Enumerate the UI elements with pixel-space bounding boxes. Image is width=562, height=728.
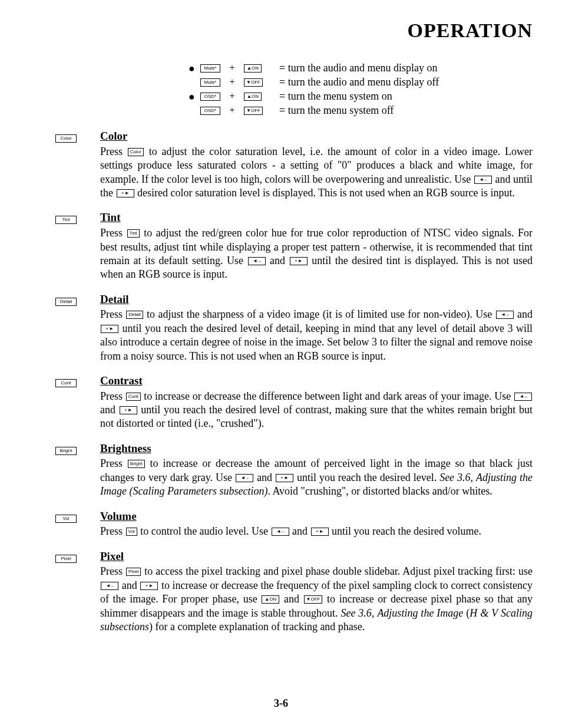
section-body: Press Detail to adjust the sharpness of …	[100, 308, 533, 363]
osd-key: OSD*	[200, 93, 220, 101]
manual-page: OPERATION ● Mute* + ▲ON = turn the audio…	[0, 0, 562, 728]
plus-icon: +	[220, 90, 244, 103]
text: Press	[100, 525, 125, 537]
section-title: Brightness	[100, 442, 533, 456]
off-key: ▼OFF	[244, 107, 263, 115]
plus-icon: +	[220, 104, 244, 117]
text: to adjust the sharpness of a video image…	[144, 308, 495, 320]
page-number: 3-6	[0, 697, 562, 710]
tint-key: Tint	[55, 216, 77, 224]
page-header: OPERATION	[29, 18, 533, 45]
plus-right-key: + ►	[117, 189, 134, 197]
text: until you reach the desired volume.	[329, 525, 481, 537]
section-color: Color Color Press Color to adjust the co…	[29, 129, 533, 200]
toggle-desc: = turn the audio and menu display on	[279, 61, 438, 75]
text: ) for a complete explanation of tracking…	[149, 621, 365, 633]
on-key: ▲ON	[244, 64, 262, 73]
section-volume: Vol Volume Press Vol to control the audi…	[29, 509, 533, 539]
bullet-icon: ●	[189, 63, 200, 74]
margin-key-slot: Color	[29, 129, 100, 200]
section-content: Brightness Press Bright to increase or d…	[100, 442, 533, 499]
toggle-row: OSD* + ▼OFF = turn the menu system off	[189, 104, 533, 117]
text: and	[280, 593, 303, 605]
on-key: ▲ON	[262, 595, 279, 604]
pixel-key: Pixel	[126, 568, 141, 576]
color-key: Color	[55, 134, 77, 143]
section-content: Tint Press Tint to adjust the red/green …	[100, 210, 533, 281]
text: and	[254, 472, 275, 483]
section-brightness: Bright Brightness Press Bright to increa…	[29, 442, 533, 499]
margin-key-slot: Tint	[29, 210, 100, 281]
text: and	[290, 525, 310, 537]
section-content: Contrast Press Cont to increase or decre…	[100, 374, 533, 431]
cont-key: Cont	[55, 379, 77, 387]
text: ,	[471, 472, 476, 483]
text-italic: See 3.6	[439, 472, 470, 483]
off-key: ▼OFF	[244, 78, 263, 87]
section-contrast: Cont Contrast Press Cont to increase or …	[29, 374, 533, 431]
text: until you reach the desired level.	[294, 472, 439, 483]
text: and	[514, 308, 533, 320]
toggle-row: ● Mute* + ▲ON = turn the audio and menu …	[189, 61, 533, 75]
left-minus-key: ◄ –	[474, 176, 492, 184]
section-body: Press Vol to control the audio level. Us…	[100, 525, 533, 538]
margin-key-slot: Pixel	[29, 549, 100, 634]
section-title: Pixel	[100, 549, 533, 564]
section-content: Detail Press Detail to adjust the sharpn…	[100, 292, 533, 363]
detail-key: Detail	[55, 298, 77, 306]
detail-key: Detail	[126, 311, 143, 319]
text: Press	[100, 146, 127, 157]
text: and	[100, 404, 119, 416]
plus-icon: +	[220, 76, 244, 88]
section-content: Color Press Color to adjust the color sa…	[100, 129, 533, 200]
text: Press	[100, 227, 127, 239]
toggle-desc: = turn the audio and menu display off	[279, 75, 439, 89]
plus-right-key: + ►	[120, 406, 137, 414]
tint-key: Tint	[127, 229, 140, 238]
section-body: Press Pixel to access the pixel tracking…	[100, 565, 533, 634]
toggle-row: Mute* + ▼OFF = turn the audio and menu d…	[189, 75, 533, 89]
bright-key: Bright	[128, 460, 145, 468]
left-minus-key: ◄ –	[101, 582, 118, 590]
section-title: Volume	[100, 509, 533, 524]
text: to increase or decrease the difference b…	[141, 390, 514, 402]
bright-key: Bright	[55, 447, 77, 455]
bullet-icon: ●	[189, 91, 200, 102]
section-body: Press Bright to increase or decrease the…	[100, 457, 533, 498]
mute-key: Mute*	[200, 64, 220, 73]
text: until you reach the desired level of con…	[100, 404, 533, 429]
off-key: ▼OFF	[304, 595, 323, 604]
text: until you reach the desired level of det…	[100, 322, 533, 362]
plus-right-key: + ►	[101, 325, 118, 333]
text: ,	[372, 607, 378, 619]
pixel-key: Pixel	[55, 555, 77, 563]
section-content: Volume Press Vol to control the audio le…	[100, 509, 533, 539]
text: . Avoid "crushing", or distorted blacks …	[267, 485, 492, 497]
text: Press	[100, 308, 125, 320]
section-title: Color	[100, 129, 533, 144]
section-pixel: Pixel Pixel Press Pixel to access the pi…	[29, 549, 533, 634]
text: Press	[100, 565, 125, 577]
text: to control the audio level. Use	[138, 525, 271, 537]
text: (	[463, 607, 470, 619]
left-minus-key: ◄ –	[272, 528, 289, 536]
cont-key: Cont	[126, 393, 141, 401]
toggle-desc: = turn the menu system on	[279, 90, 392, 103]
text: to access the pixel tracking and pixel p…	[141, 565, 533, 577]
vol-key: Vol	[55, 515, 77, 523]
margin-key-slot: Vol	[29, 509, 100, 539]
left-minus-key: ◄ –	[236, 474, 253, 482]
margin-key-slot: Detail	[29, 292, 100, 363]
plus-right-key: + ►	[276, 474, 293, 482]
toggle-row: ● OSD* + ▲ON = turn the menu system on	[189, 90, 533, 103]
toggle-combinations: ● Mute* + ▲ON = turn the audio and menu …	[189, 61, 533, 117]
margin-key-slot: Cont	[29, 374, 100, 431]
text: Press	[100, 390, 125, 402]
mute-key: Mute*	[200, 78, 220, 87]
section-body: Press Cont to increase or decrease the d…	[100, 390, 533, 431]
text-italic: See 3.6	[340, 607, 371, 619]
section-title: Tint	[100, 210, 533, 225]
left-minus-key: ◄ –	[514, 393, 532, 401]
plus-right-key: + ►	[311, 528, 329, 536]
section-tint: Tint Tint Press Tint to adjust the red/g…	[29, 210, 533, 281]
